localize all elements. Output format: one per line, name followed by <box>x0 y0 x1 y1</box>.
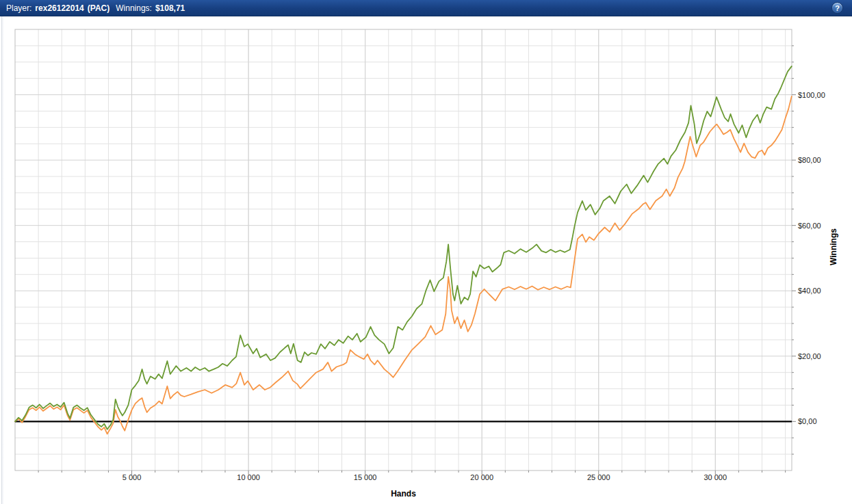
y-axis-title: Winnings <box>829 220 838 274</box>
winnings-value: $108,71 <box>155 3 185 13</box>
app-window: { "window": { "title_bar": { "label_play… <box>0 0 852 504</box>
y-tick-label: $0,00 <box>798 417 817 425</box>
player-label: Player: <box>6 3 31 13</box>
x-tick-label: 5 000 <box>122 473 142 481</box>
chart-panel: 5 00010 00015 00020 00025 00030 000$0,00… <box>0 16 852 504</box>
x-tick-label: 25 000 <box>587 473 610 481</box>
y-tick-label: $20,00 <box>798 352 821 360</box>
title-bar: Player: rex26122014 (PAC) Winnings: $108… <box>0 0 852 16</box>
y-tick-label: $100,00 <box>798 91 825 99</box>
x-tick-label: 10 000 <box>237 473 260 481</box>
x-axis-title: Hands <box>15 489 792 499</box>
y-tick-label: $40,00 <box>798 287 821 295</box>
player-tag: (PAC) <box>88 3 109 13</box>
winnings-label: Winnings: <box>116 3 152 13</box>
x-tick-label: 20 000 <box>470 473 493 481</box>
window-left-edge <box>0 16 4 504</box>
question-icon: ? <box>835 4 840 12</box>
winnings-chart: 5 00010 00015 00020 00025 00030 000$0,00… <box>0 16 852 504</box>
y-tick-label: $60,00 <box>798 222 821 230</box>
x-tick-label: 30 000 <box>703 473 727 481</box>
y-tick-label: $80,00 <box>798 156 821 164</box>
player-name: rex26122014 <box>35 3 83 13</box>
x-tick-label: 15 000 <box>354 473 377 481</box>
help-button[interactable]: ? <box>831 2 843 14</box>
